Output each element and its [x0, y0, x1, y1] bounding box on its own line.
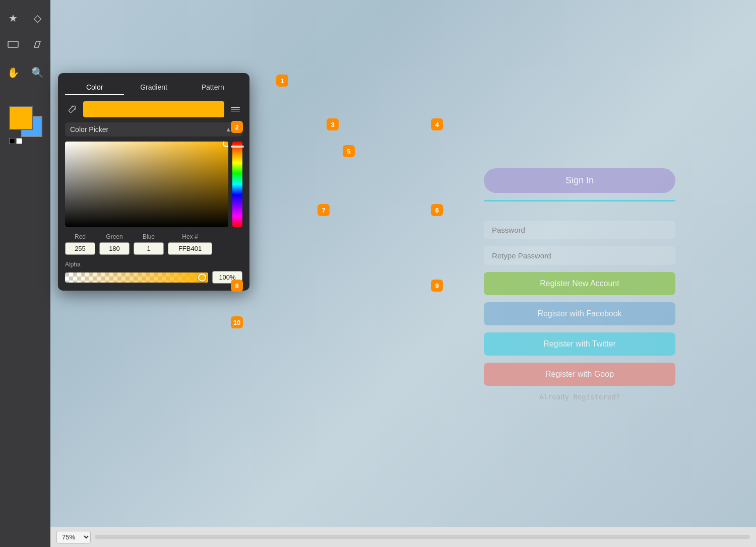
annotation-4: 4 [431, 118, 443, 130]
annotation-10: 10 [231, 316, 243, 328]
diamond-icon[interactable]: ◇ [26, 7, 48, 29]
cp-preview-row [65, 101, 242, 117]
star-icon[interactable]: ★ [2, 7, 24, 29]
color-picker-panel: Color Gradient Pattern Color Picker ▲▼ [58, 73, 249, 291]
bottom-bar: 75% 50% 100% 125% 150% [50, 527, 756, 547]
cp-tabs: Color Gradient Pattern [65, 80, 242, 95]
svg-marker-1 [34, 41, 40, 47]
background-form: Sign In Register New Account Register wi… [403, 0, 756, 547]
register-new-button[interactable]: Register New Account [484, 272, 675, 295]
alpha-label: Alpha [65, 261, 242, 268]
red-channel: Red [65, 233, 95, 255]
color-mode-dropdown[interactable]: Color Picker ▲▼ [65, 122, 242, 136]
blue-label: Blue [143, 233, 155, 240]
annotation-8: 8 [231, 280, 243, 292]
password-field[interactable] [484, 221, 675, 239]
horizontal-scrollbar[interactable] [95, 535, 750, 539]
color-preview-bar [83, 101, 224, 117]
hex-channel: Hex # [168, 233, 212, 255]
rectangle-icon[interactable] [2, 33, 24, 55]
opacity-toggle[interactable] [228, 102, 242, 116]
green-channel: Green [99, 233, 130, 255]
gradient-dark-overlay [65, 142, 228, 227]
annotation-3: 3 [327, 118, 339, 130]
hand-icon[interactable]: ✋ [2, 61, 24, 84]
green-input[interactable] [99, 242, 130, 255]
red-input[interactable] [65, 242, 95, 255]
sign-in-button[interactable]: Sign In [484, 168, 675, 193]
hex-label: Hex # [182, 233, 198, 240]
tab-color[interactable]: Color [65, 80, 124, 95]
register-twitter-button[interactable]: Register with Twitter [484, 332, 675, 356]
annotation-1: 1 [276, 75, 288, 87]
red-label: Red [75, 233, 86, 240]
blue-input[interactable] [134, 242, 164, 255]
color-mode-label: Color Picker [70, 125, 225, 133]
cp-rgb-row: Red Green Blue Hex # [65, 233, 242, 255]
tab-gradient[interactable]: Gradient [124, 80, 183, 95]
color-gradient-canvas[interactable] [65, 142, 228, 227]
already-registered-text: Already Registered? [539, 393, 620, 401]
blue-channel: Blue [134, 233, 164, 255]
alpha-thumb[interactable] [198, 274, 206, 282]
zoom-select[interactable]: 75% 50% 100% 125% 150% [56, 531, 91, 543]
green-label: Green [106, 233, 122, 240]
annotation-6: 6 [431, 204, 443, 216]
blue-divider [484, 200, 675, 201]
hex-input[interactable] [168, 242, 212, 255]
annotation-2: 2 [231, 121, 243, 133]
register-facebook-button[interactable]: Register with Facebook [484, 302, 675, 325]
cp-gradient-area [65, 142, 242, 227]
annotation-5: 5 [343, 145, 355, 157]
hue-slider[interactable] [232, 142, 242, 227]
alpha-slider-row [65, 271, 242, 284]
svg-rect-0 [8, 41, 18, 47]
small-black-swatch[interactable] [9, 138, 15, 144]
hue-cursor [231, 146, 244, 148]
alpha-track[interactable] [65, 272, 208, 283]
toolbar: ★ ◇ ✋ 🔍 [0, 0, 50, 547]
alpha-gradient [65, 272, 208, 283]
parallelogram-icon[interactable] [26, 33, 48, 55]
foreground-swatch[interactable] [9, 106, 33, 130]
annotation-7: 7 [318, 204, 330, 216]
search-icon[interactable]: 🔍 [26, 61, 48, 84]
small-white-swatch[interactable] [16, 138, 22, 144]
tab-pattern[interactable]: Pattern [183, 80, 242, 95]
eyedropper-tool[interactable] [65, 102, 79, 116]
retype-password-field[interactable] [484, 246, 675, 265]
register-goop-button[interactable]: Register with Goop [484, 363, 675, 386]
annotation-9: 9 [431, 280, 443, 292]
cp-alpha-row: Alpha [65, 261, 242, 284]
